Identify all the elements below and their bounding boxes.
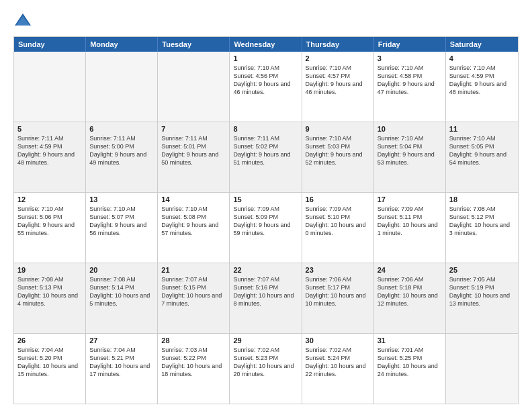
day-number: 10 [378, 125, 442, 133]
logo-icon [13, 11, 32, 30]
day-info: Sunrise: 7:01 AM Sunset: 5:25 PM Dayligh… [378, 346, 442, 379]
day-info: Sunrise: 7:06 AM Sunset: 5:17 PM Dayligh… [306, 275, 370, 308]
day-info: Sunrise: 7:10 AM Sunset: 5:08 PM Dayligh… [161, 205, 226, 238]
day-info: Sunrise: 7:10 AM Sunset: 5:06 PM Dayligh… [17, 205, 82, 238]
day-info: Sunrise: 7:09 AM Sunset: 5:09 PM Dayligh… [233, 205, 298, 238]
calendar-cell: 19Sunrise: 7:08 AM Sunset: 5:13 PM Dayli… [14, 263, 86, 333]
day-info: Sunrise: 7:10 AM Sunset: 4:57 PM Dayligh… [306, 64, 370, 97]
day-number: 9 [306, 125, 370, 133]
calendar-cell: 2Sunrise: 7:10 AM Sunset: 4:57 PM Daylig… [302, 52, 374, 122]
calendar-body: 1Sunrise: 7:10 AM Sunset: 4:56 PM Daylig… [14, 52, 518, 404]
day-info: Sunrise: 7:10 AM Sunset: 5:03 PM Dayligh… [306, 134, 370, 167]
calendar-cell: 10Sunrise: 7:10 AM Sunset: 5:04 PM Dayli… [374, 122, 446, 192]
day-number: 25 [449, 266, 515, 274]
day-number: 4 [449, 54, 515, 62]
calendar-cell: 22Sunrise: 7:07 AM Sunset: 5:16 PM Dayli… [230, 263, 302, 333]
cal-header-day: Saturday [446, 37, 518, 52]
calendar-cell: 30Sunrise: 7:02 AM Sunset: 5:24 PM Dayli… [302, 334, 374, 404]
cal-header-day: Friday [374, 37, 446, 52]
calendar-cell: 24Sunrise: 7:06 AM Sunset: 5:18 PM Dayli… [374, 263, 446, 333]
day-info: Sunrise: 7:10 AM Sunset: 4:59 PM Dayligh… [449, 64, 515, 97]
calendar-cell: 29Sunrise: 7:02 AM Sunset: 5:23 PM Dayli… [230, 334, 302, 404]
calendar-cell: 21Sunrise: 7:07 AM Sunset: 5:15 PM Dayli… [158, 263, 230, 333]
day-info: Sunrise: 7:06 AM Sunset: 5:18 PM Dayligh… [378, 275, 442, 308]
day-info: Sunrise: 7:08 AM Sunset: 5:12 PM Dayligh… [449, 205, 515, 238]
calendar-cell: 14Sunrise: 7:10 AM Sunset: 5:08 PM Dayli… [158, 193, 230, 263]
day-number: 21 [161, 266, 226, 274]
cal-header-day: Monday [86, 37, 158, 52]
calendar-row: 26Sunrise: 7:04 AM Sunset: 5:20 PM Dayli… [14, 333, 518, 404]
day-number: 24 [378, 266, 442, 274]
calendar-cell: 3Sunrise: 7:10 AM Sunset: 4:58 PM Daylig… [374, 52, 446, 122]
day-number: 12 [17, 195, 82, 203]
day-number: 5 [17, 125, 82, 133]
day-number: 14 [161, 195, 226, 203]
day-info: Sunrise: 7:05 AM Sunset: 5:19 PM Dayligh… [449, 275, 515, 308]
day-info: Sunrise: 7:08 AM Sunset: 5:13 PM Dayligh… [17, 275, 82, 308]
day-number: 20 [89, 266, 154, 274]
day-number: 13 [89, 195, 154, 203]
day-info: Sunrise: 7:08 AM Sunset: 5:14 PM Dayligh… [89, 275, 154, 308]
day-info: Sunrise: 7:02 AM Sunset: 5:23 PM Dayligh… [233, 346, 298, 379]
calendar-cell: 27Sunrise: 7:04 AM Sunset: 5:21 PM Dayli… [86, 334, 158, 404]
header [13, 11, 519, 30]
day-info: Sunrise: 7:11 AM Sunset: 4:59 PM Dayligh… [17, 134, 82, 167]
calendar-cell: 7Sunrise: 7:11 AM Sunset: 5:01 PM Daylig… [158, 122, 230, 192]
calendar-row: 5Sunrise: 7:11 AM Sunset: 4:59 PM Daylig… [14, 122, 518, 192]
day-number: 7 [161, 125, 226, 133]
day-number: 2 [306, 54, 370, 62]
day-info: Sunrise: 7:10 AM Sunset: 5:04 PM Dayligh… [378, 134, 442, 167]
day-number: 8 [233, 125, 298, 133]
day-number: 3 [378, 54, 442, 62]
day-info: Sunrise: 7:04 AM Sunset: 5:21 PM Dayligh… [89, 346, 154, 379]
calendar-cell [158, 52, 230, 122]
calendar-cell: 26Sunrise: 7:04 AM Sunset: 5:20 PM Dayli… [14, 334, 86, 404]
day-number: 16 [306, 195, 370, 203]
day-info: Sunrise: 7:10 AM Sunset: 4:56 PM Dayligh… [233, 64, 298, 97]
calendar-cell: 9Sunrise: 7:10 AM Sunset: 5:03 PM Daylig… [302, 122, 374, 192]
calendar-cell: 5Sunrise: 7:11 AM Sunset: 4:59 PM Daylig… [14, 122, 86, 192]
day-number: 1 [233, 54, 298, 62]
day-info: Sunrise: 7:07 AM Sunset: 5:15 PM Dayligh… [161, 275, 226, 308]
calendar-cell: 20Sunrise: 7:08 AM Sunset: 5:14 PM Dayli… [86, 263, 158, 333]
day-number: 18 [449, 195, 515, 203]
day-info: Sunrise: 7:11 AM Sunset: 5:01 PM Dayligh… [161, 134, 226, 167]
day-number: 23 [306, 266, 370, 274]
logo [13, 11, 35, 30]
day-info: Sunrise: 7:10 AM Sunset: 4:58 PM Dayligh… [378, 64, 442, 97]
calendar: SundayMondayTuesdayWednesdayThursdayFrid… [13, 36, 519, 404]
calendar-row: 19Sunrise: 7:08 AM Sunset: 5:13 PM Dayli… [14, 263, 518, 333]
calendar-header: SundayMondayTuesdayWednesdayThursdayFrid… [14, 37, 518, 52]
calendar-cell: 4Sunrise: 7:10 AM Sunset: 4:59 PM Daylig… [446, 52, 518, 122]
cal-header-day: Sunday [14, 37, 86, 52]
calendar-cell [86, 52, 158, 122]
day-info: Sunrise: 7:09 AM Sunset: 5:10 PM Dayligh… [306, 205, 370, 238]
day-number: 6 [89, 125, 154, 133]
calendar-cell: 23Sunrise: 7:06 AM Sunset: 5:17 PM Dayli… [302, 263, 374, 333]
calendar-cell: 17Sunrise: 7:09 AM Sunset: 5:11 PM Dayli… [374, 193, 446, 263]
day-number: 28 [161, 336, 226, 345]
calendar-cell: 6Sunrise: 7:11 AM Sunset: 5:00 PM Daylig… [86, 122, 158, 192]
calendar-cell [14, 52, 86, 122]
day-number: 29 [233, 336, 298, 345]
day-number: 26 [17, 336, 82, 345]
day-number: 30 [306, 336, 370, 345]
day-info: Sunrise: 7:10 AM Sunset: 5:07 PM Dayligh… [89, 205, 154, 238]
cal-header-day: Thursday [302, 37, 374, 52]
calendar-cell: 12Sunrise: 7:10 AM Sunset: 5:06 PM Dayli… [14, 193, 86, 263]
calendar-cell: 28Sunrise: 7:03 AM Sunset: 5:22 PM Dayli… [158, 334, 230, 404]
calendar-cell: 11Sunrise: 7:10 AM Sunset: 5:05 PM Dayli… [446, 122, 518, 192]
day-number: 11 [449, 125, 515, 133]
day-info: Sunrise: 7:11 AM Sunset: 5:02 PM Dayligh… [233, 134, 298, 167]
calendar-cell [446, 334, 518, 404]
day-number: 19 [17, 266, 82, 274]
calendar-cell: 8Sunrise: 7:11 AM Sunset: 5:02 PM Daylig… [230, 122, 302, 192]
day-number: 22 [233, 266, 298, 274]
calendar-cell: 16Sunrise: 7:09 AM Sunset: 5:10 PM Dayli… [302, 193, 374, 263]
day-info: Sunrise: 7:02 AM Sunset: 5:24 PM Dayligh… [306, 346, 370, 379]
calendar-cell: 1Sunrise: 7:10 AM Sunset: 4:56 PM Daylig… [230, 52, 302, 122]
day-info: Sunrise: 7:09 AM Sunset: 5:11 PM Dayligh… [378, 205, 442, 238]
day-number: 17 [378, 195, 442, 203]
calendar-cell: 15Sunrise: 7:09 AM Sunset: 5:09 PM Dayli… [230, 193, 302, 263]
day-info: Sunrise: 7:04 AM Sunset: 5:20 PM Dayligh… [17, 346, 82, 379]
